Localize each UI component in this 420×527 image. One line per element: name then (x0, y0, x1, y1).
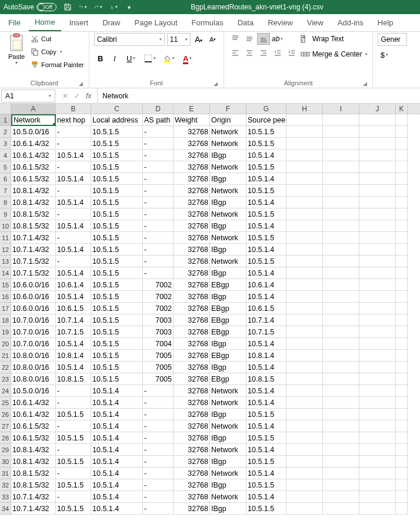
cell[interactable]: - (56, 256, 91, 267)
cell[interactable]: 10.5.1.4 (91, 479, 143, 491)
cell[interactable] (359, 409, 396, 420)
cell[interactable]: 10.5.1.4 (56, 244, 91, 256)
cell[interactable]: Network (210, 491, 246, 503)
row-header[interactable]: 32 (0, 479, 11, 491)
cell[interactable]: 32768 (174, 350, 210, 362)
cell[interactable] (396, 161, 408, 173)
cell[interactable]: - (56, 232, 91, 244)
row-header[interactable]: 34 (0, 503, 11, 515)
row-header[interactable]: 27 (0, 420, 11, 432)
cell[interactable] (359, 291, 396, 303)
cell[interactable] (359, 420, 396, 432)
cell[interactable]: 10.5.1.5 (91, 256, 143, 267)
cell[interactable]: 10.8.0.0/16 (11, 373, 56, 385)
cell[interactable]: 10.6.1.4 (56, 279, 91, 291)
column-header-B[interactable]: B (56, 104, 91, 114)
cell[interactable] (396, 291, 408, 303)
cell[interactable]: - (143, 197, 174, 208)
cell[interactable] (359, 256, 396, 267)
cell[interactable] (359, 444, 396, 456)
cell[interactable] (359, 208, 396, 220)
cell[interactable]: Origin (210, 114, 246, 126)
row-header[interactable]: 1 (0, 114, 11, 126)
cell[interactable]: Network (210, 126, 246, 138)
cell[interactable] (359, 456, 396, 468)
cell[interactable]: Weight (174, 114, 210, 126)
align-top-button[interactable] (229, 33, 242, 45)
cell[interactable] (286, 173, 323, 185)
column-header-I[interactable]: I (323, 104, 359, 114)
cell[interactable] (286, 362, 323, 373)
toggle-off-icon[interactable]: Off (36, 3, 56, 11)
cell[interactable]: 7003 (143, 326, 174, 338)
cell[interactable]: 10.8.1.4 (56, 350, 91, 362)
cell[interactable]: EBgp (210, 314, 246, 326)
column-header-D[interactable]: D (143, 104, 174, 114)
cell[interactable]: EBgp (210, 326, 246, 338)
cell[interactable]: 10.7.0.0/16 (11, 314, 56, 326)
cell[interactable]: 10.5.1.4 (91, 409, 143, 420)
cell[interactable] (286, 491, 323, 503)
cell[interactable] (323, 126, 359, 138)
cell[interactable] (286, 220, 323, 232)
align-center-button[interactable] (243, 47, 256, 59)
cell[interactable] (286, 503, 323, 515)
cell[interactable]: 10.5.1.5 (56, 503, 91, 515)
row-header[interactable]: 19 (0, 326, 11, 338)
cell[interactable] (323, 479, 359, 491)
cell[interactable]: - (56, 397, 91, 409)
autosave-toggle[interactable]: AutoSave Off (4, 3, 56, 11)
cell[interactable]: 10.8.1.5/32 (11, 220, 56, 232)
cell[interactable] (286, 267, 323, 279)
cell[interactable] (323, 314, 359, 326)
cell[interactable] (396, 314, 408, 326)
row-header[interactable]: 22 (0, 362, 11, 373)
cell[interactable] (396, 503, 408, 515)
dialog-launcher-icon[interactable]: ◢ (362, 81, 368, 87)
cell[interactable]: 10.8.1.5/32 (11, 208, 56, 220)
cell[interactable]: 10.5.1.4 (246, 444, 286, 456)
cell[interactable]: 32768 (174, 362, 210, 373)
cell[interactable]: - (143, 138, 174, 150)
borders-button[interactable]: ▾ (141, 52, 159, 65)
cell[interactable]: 10.5.1.5 (91, 150, 143, 161)
font-color-button[interactable]: A▾ (179, 52, 196, 65)
cell[interactable] (323, 350, 359, 362)
cell[interactable] (286, 279, 323, 291)
tab-view[interactable]: View (301, 15, 329, 31)
cell[interactable] (323, 161, 359, 173)
cell[interactable] (323, 114, 359, 126)
cell[interactable] (323, 138, 359, 150)
cell[interactable] (359, 126, 396, 138)
column-header-J[interactable]: J (359, 104, 396, 114)
cell[interactable]: 7004 (143, 338, 174, 350)
cell[interactable]: 10.5.1.4 (246, 173, 286, 185)
cell[interactable]: Network (210, 232, 246, 244)
column-header-K[interactable]: K (396, 104, 408, 114)
cell[interactable]: 10.6.1.5 (246, 303, 286, 314)
align-middle-button[interactable] (243, 33, 256, 45)
cell[interactable]: - (143, 503, 174, 515)
cell[interactable]: 10.5.1.4 (91, 385, 143, 397)
cell[interactable]: 10.5.1.4 (246, 385, 286, 397)
tab-home[interactable]: Home (29, 14, 61, 31)
cell[interactable] (286, 444, 323, 456)
cell[interactable]: 10.6.1.5/32 (11, 161, 56, 173)
cell[interactable] (359, 479, 396, 491)
cell[interactable]: 10.5.1.4 (56, 197, 91, 208)
cell[interactable]: - (143, 491, 174, 503)
cell[interactable] (396, 397, 408, 409)
cell[interactable] (323, 208, 359, 220)
cell[interactable] (359, 326, 396, 338)
cell[interactable] (359, 303, 396, 314)
orientation-button[interactable]: ab▾ (271, 33, 284, 45)
cell[interactable] (396, 338, 408, 350)
column-header-F[interactable]: F (210, 104, 246, 114)
cell[interactable]: 32768 (174, 397, 210, 409)
cell[interactable]: 10.8.1.4/32 (11, 185, 56, 197)
cell[interactable]: 10.5.1.5 (91, 279, 143, 291)
cell[interactable]: IBgp (210, 173, 246, 185)
enter-icon[interactable]: ✓ (74, 92, 80, 100)
cell[interactable] (396, 279, 408, 291)
cell[interactable] (396, 420, 408, 432)
